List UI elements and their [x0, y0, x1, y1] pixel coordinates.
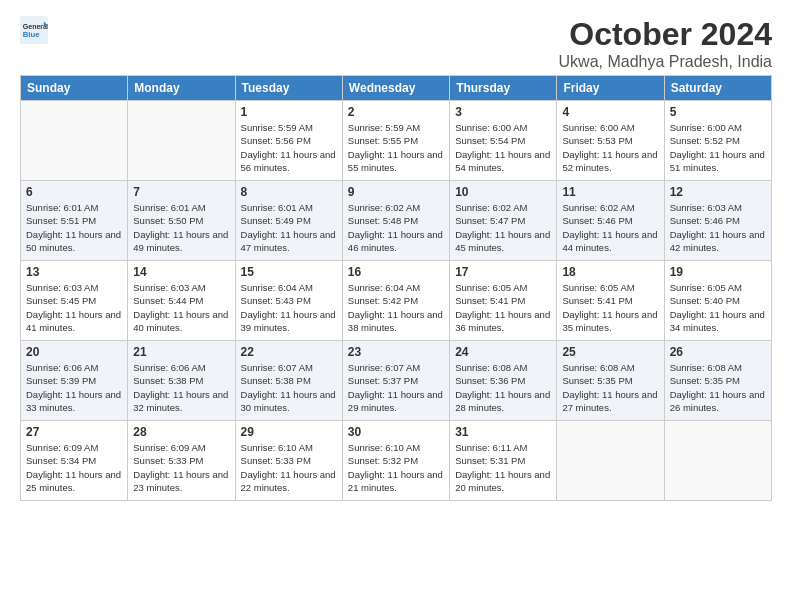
cell-day-number: 12: [670, 185, 766, 199]
calendar-cell: 23Sunrise: 6:07 AM Sunset: 5:37 PM Dayli…: [342, 341, 449, 421]
cell-day-number: 2: [348, 105, 444, 119]
cell-info: Sunrise: 6:00 AM Sunset: 5:53 PM Dayligh…: [562, 121, 658, 174]
cell-day-number: 14: [133, 265, 229, 279]
cell-info: Sunrise: 6:04 AM Sunset: 5:43 PM Dayligh…: [241, 281, 337, 334]
cell-info: Sunrise: 6:01 AM Sunset: 5:49 PM Dayligh…: [241, 201, 337, 254]
cell-info: Sunrise: 6:00 AM Sunset: 5:52 PM Dayligh…: [670, 121, 766, 174]
calendar-cell: 16Sunrise: 6:04 AM Sunset: 5:42 PM Dayli…: [342, 261, 449, 341]
calendar-cell: [21, 101, 128, 181]
calendar-week-row: 27Sunrise: 6:09 AM Sunset: 5:34 PM Dayli…: [21, 421, 772, 501]
calendar-cell: 12Sunrise: 6:03 AM Sunset: 5:46 PM Dayli…: [664, 181, 771, 261]
cell-info: Sunrise: 6:05 AM Sunset: 5:41 PM Dayligh…: [455, 281, 551, 334]
cell-day-number: 13: [26, 265, 122, 279]
calendar-cell: 20Sunrise: 6:06 AM Sunset: 5:39 PM Dayli…: [21, 341, 128, 421]
cell-info: Sunrise: 6:05 AM Sunset: 5:41 PM Dayligh…: [562, 281, 658, 334]
cell-info: Sunrise: 6:08 AM Sunset: 5:36 PM Dayligh…: [455, 361, 551, 414]
day-header-friday: Friday: [557, 76, 664, 101]
calendar-cell: [128, 101, 235, 181]
cell-day-number: 7: [133, 185, 229, 199]
cell-info: Sunrise: 6:07 AM Sunset: 5:38 PM Dayligh…: [241, 361, 337, 414]
calendar-cell: 27Sunrise: 6:09 AM Sunset: 5:34 PM Dayli…: [21, 421, 128, 501]
calendar-cell: 8Sunrise: 6:01 AM Sunset: 5:49 PM Daylig…: [235, 181, 342, 261]
calendar-cell: 10Sunrise: 6:02 AM Sunset: 5:47 PM Dayli…: [450, 181, 557, 261]
cell-info: Sunrise: 6:02 AM Sunset: 5:48 PM Dayligh…: [348, 201, 444, 254]
calendar-cell: 17Sunrise: 6:05 AM Sunset: 5:41 PM Dayli…: [450, 261, 557, 341]
cell-info: Sunrise: 6:03 AM Sunset: 5:46 PM Dayligh…: [670, 201, 766, 254]
calendar-cell: 31Sunrise: 6:11 AM Sunset: 5:31 PM Dayli…: [450, 421, 557, 501]
calendar-cell: [664, 421, 771, 501]
cell-day-number: 26: [670, 345, 766, 359]
cell-info: Sunrise: 6:08 AM Sunset: 5:35 PM Dayligh…: [562, 361, 658, 414]
cell-info: Sunrise: 6:10 AM Sunset: 5:33 PM Dayligh…: [241, 441, 337, 494]
calendar-cell: 3Sunrise: 6:00 AM Sunset: 5:54 PM Daylig…: [450, 101, 557, 181]
calendar-cell: 2Sunrise: 5:59 AM Sunset: 5:55 PM Daylig…: [342, 101, 449, 181]
cell-info: Sunrise: 5:59 AM Sunset: 5:55 PM Dayligh…: [348, 121, 444, 174]
location-title: Ukwa, Madhya Pradesh, India: [559, 53, 772, 71]
cell-info: Sunrise: 6:01 AM Sunset: 5:50 PM Dayligh…: [133, 201, 229, 254]
cell-info: Sunrise: 6:11 AM Sunset: 5:31 PM Dayligh…: [455, 441, 551, 494]
day-header-sunday: Sunday: [21, 76, 128, 101]
cell-day-number: 20: [26, 345, 122, 359]
cell-day-number: 9: [348, 185, 444, 199]
cell-day-number: 31: [455, 425, 551, 439]
cell-info: Sunrise: 6:10 AM Sunset: 5:32 PM Dayligh…: [348, 441, 444, 494]
calendar-week-row: 20Sunrise: 6:06 AM Sunset: 5:39 PM Dayli…: [21, 341, 772, 421]
calendar-cell: 7Sunrise: 6:01 AM Sunset: 5:50 PM Daylig…: [128, 181, 235, 261]
calendar-cell: 1Sunrise: 5:59 AM Sunset: 5:56 PM Daylig…: [235, 101, 342, 181]
cell-day-number: 22: [241, 345, 337, 359]
cell-info: Sunrise: 6:01 AM Sunset: 5:51 PM Dayligh…: [26, 201, 122, 254]
calendar-week-row: 6Sunrise: 6:01 AM Sunset: 5:51 PM Daylig…: [21, 181, 772, 261]
calendar-cell: [557, 421, 664, 501]
day-header-tuesday: Tuesday: [235, 76, 342, 101]
cell-day-number: 24: [455, 345, 551, 359]
calendar-cell: 5Sunrise: 6:00 AM Sunset: 5:52 PM Daylig…: [664, 101, 771, 181]
calendar-cell: 4Sunrise: 6:00 AM Sunset: 5:53 PM Daylig…: [557, 101, 664, 181]
cell-day-number: 21: [133, 345, 229, 359]
calendar-cell: 14Sunrise: 6:03 AM Sunset: 5:44 PM Dayli…: [128, 261, 235, 341]
calendar-cell: 13Sunrise: 6:03 AM Sunset: 5:45 PM Dayli…: [21, 261, 128, 341]
cell-info: Sunrise: 6:00 AM Sunset: 5:54 PM Dayligh…: [455, 121, 551, 174]
calendar-cell: 22Sunrise: 6:07 AM Sunset: 5:38 PM Dayli…: [235, 341, 342, 421]
calendar-cell: 15Sunrise: 6:04 AM Sunset: 5:43 PM Dayli…: [235, 261, 342, 341]
cell-day-number: 11: [562, 185, 658, 199]
logo-icon: General Blue: [20, 16, 48, 44]
cell-info: Sunrise: 6:06 AM Sunset: 5:39 PM Dayligh…: [26, 361, 122, 414]
cell-day-number: 17: [455, 265, 551, 279]
cell-day-number: 27: [26, 425, 122, 439]
day-header-wednesday: Wednesday: [342, 76, 449, 101]
cell-info: Sunrise: 6:09 AM Sunset: 5:34 PM Dayligh…: [26, 441, 122, 494]
cell-day-number: 5: [670, 105, 766, 119]
cell-day-number: 16: [348, 265, 444, 279]
svg-text:Blue: Blue: [23, 30, 40, 39]
calendar-cell: 11Sunrise: 6:02 AM Sunset: 5:46 PM Dayli…: [557, 181, 664, 261]
cell-info: Sunrise: 6:04 AM Sunset: 5:42 PM Dayligh…: [348, 281, 444, 334]
calendar-week-row: 13Sunrise: 6:03 AM Sunset: 5:45 PM Dayli…: [21, 261, 772, 341]
calendar-cell: 30Sunrise: 6:10 AM Sunset: 5:32 PM Dayli…: [342, 421, 449, 501]
title-area: October 2024 Ukwa, Madhya Pradesh, India: [559, 16, 772, 71]
calendar-cell: 24Sunrise: 6:08 AM Sunset: 5:36 PM Dayli…: [450, 341, 557, 421]
cell-info: Sunrise: 5:59 AM Sunset: 5:56 PM Dayligh…: [241, 121, 337, 174]
cell-day-number: 29: [241, 425, 337, 439]
cell-day-number: 30: [348, 425, 444, 439]
month-title: October 2024: [559, 16, 772, 53]
calendar-header-row: SundayMondayTuesdayWednesdayThursdayFrid…: [21, 76, 772, 101]
cell-day-number: 23: [348, 345, 444, 359]
cell-day-number: 28: [133, 425, 229, 439]
cell-day-number: 8: [241, 185, 337, 199]
cell-day-number: 1: [241, 105, 337, 119]
cell-info: Sunrise: 6:06 AM Sunset: 5:38 PM Dayligh…: [133, 361, 229, 414]
cell-info: Sunrise: 6:07 AM Sunset: 5:37 PM Dayligh…: [348, 361, 444, 414]
cell-day-number: 4: [562, 105, 658, 119]
cell-day-number: 15: [241, 265, 337, 279]
calendar-week-row: 1Sunrise: 5:59 AM Sunset: 5:56 PM Daylig…: [21, 101, 772, 181]
day-header-saturday: Saturday: [664, 76, 771, 101]
cell-day-number: 25: [562, 345, 658, 359]
calendar-cell: 6Sunrise: 6:01 AM Sunset: 5:51 PM Daylig…: [21, 181, 128, 261]
calendar-cell: 19Sunrise: 6:05 AM Sunset: 5:40 PM Dayli…: [664, 261, 771, 341]
page: General Blue October 2024 Ukwa, Madhya P…: [0, 0, 792, 511]
logo-area: General Blue: [20, 16, 50, 44]
cell-day-number: 10: [455, 185, 551, 199]
cell-info: Sunrise: 6:02 AM Sunset: 5:47 PM Dayligh…: [455, 201, 551, 254]
cell-info: Sunrise: 6:08 AM Sunset: 5:35 PM Dayligh…: [670, 361, 766, 414]
day-header-monday: Monday: [128, 76, 235, 101]
